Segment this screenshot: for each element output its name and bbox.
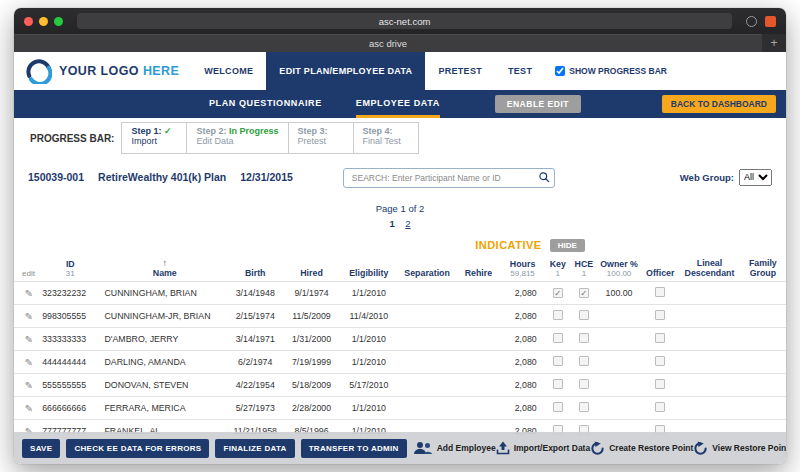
tab-test[interactable]: TEST: [495, 52, 545, 90]
edit-row-icon[interactable]: ✎: [19, 403, 33, 414]
pagination: Page 1 of 2 1 2: [14, 196, 786, 234]
search-icon[interactable]: [538, 171, 550, 183]
cell-lineal: [679, 328, 739, 351]
cell-owner: [597, 305, 641, 328]
cell-hired: 11/5/2009: [283, 305, 339, 328]
key-checkbox[interactable]: [553, 379, 563, 389]
subtab-plan-questionnaire[interactable]: PLAN QUESTIONNAIRE: [209, 90, 322, 118]
cell-name: D'AMBRO, JERRY: [102, 328, 227, 351]
cell-edit: ✎: [14, 397, 38, 420]
page-link-2[interactable]: 2: [405, 218, 410, 229]
logo-text-dark: YOUR LOGO: [59, 64, 139, 78]
key-checkbox[interactable]: [553, 333, 563, 343]
footer-actions: Add Employee Import/Export Data Create R…: [413, 441, 786, 456]
edit-row-icon[interactable]: ✎: [19, 288, 33, 299]
show-progress-bar-control: SHOW PROGRESS BAR: [545, 52, 677, 90]
url-bar[interactable]: asc-net.com: [77, 13, 732, 29]
step2-title: Step 2:: [196, 126, 226, 136]
cell-officer: [641, 305, 679, 328]
progress-step-3[interactable]: Step 3: Pretest: [288, 122, 354, 154]
app-header: YOUR LOGO HERE WELCOME EDIT PLAN/EMPLOYE…: [14, 52, 786, 90]
hce-checkbox[interactable]: [579, 379, 589, 389]
add-employee-action[interactable]: Add Employee: [413, 441, 496, 455]
cell-owner: [597, 351, 641, 374]
close-window-button[interactable]: [24, 17, 33, 26]
officer-checkbox[interactable]: [655, 402, 665, 412]
edit-row-icon[interactable]: ✎: [19, 311, 33, 322]
progress-step-1[interactable]: Step 1: ✓ Import: [121, 122, 187, 154]
create-restore-point-action[interactable]: Create Restore Point: [590, 441, 693, 456]
cell-family: [740, 282, 786, 305]
hce-checkbox[interactable]: [579, 402, 589, 412]
refresh-icon[interactable]: [746, 16, 757, 27]
officer-checkbox[interactable]: [655, 356, 665, 366]
minimize-window-button[interactable]: [39, 17, 48, 26]
cell-hce: [571, 397, 597, 420]
cell-edit: ✎: [14, 351, 38, 374]
page-link-current[interactable]: 1: [389, 218, 394, 229]
edit-row-icon[interactable]: ✎: [19, 334, 33, 345]
view-restore-points-action[interactable]: View Restore Points: [693, 441, 786, 456]
key-checkbox[interactable]: [553, 310, 563, 320]
cell-eligibility: 1/1/2010: [340, 328, 398, 351]
cell-officer: [641, 397, 679, 420]
page-links: 1 2: [14, 218, 786, 229]
tab-pretest[interactable]: PRETEST: [425, 52, 495, 90]
col-header-name[interactable]: ↑ Name: [102, 256, 227, 282]
key-checkbox[interactable]: ✓: [553, 288, 563, 298]
sort-ascending-icon[interactable]: ↑: [103, 259, 226, 268]
finalize-data-button[interactable]: FINALIZE DATA: [215, 439, 294, 458]
hce-checkbox[interactable]: [579, 333, 589, 343]
cell-key: [545, 397, 571, 420]
show-progress-bar-checkbox[interactable]: [555, 66, 565, 76]
cell-rehire: [456, 328, 500, 351]
officer-checkbox[interactable]: [655, 379, 665, 389]
hce-checkbox[interactable]: [579, 356, 589, 366]
progress-step-2[interactable]: Step 2: In Progress Edit Data: [186, 122, 288, 154]
web-group-select[interactable]: All: [739, 169, 772, 186]
key-checkbox[interactable]: [553, 402, 563, 412]
back-to-dashboard-button[interactable]: BACK TO DASHBOARD: [662, 95, 776, 113]
transfer-to-admin-button[interactable]: TRANSFER TO ADMIN: [301, 439, 407, 458]
officer-checkbox[interactable]: [655, 310, 665, 320]
edit-row-icon[interactable]: ✎: [19, 357, 33, 368]
edit-row-icon[interactable]: ✎: [19, 380, 33, 391]
cell-rehire: [456, 374, 500, 397]
cell-name: DARLING, AMANDA: [102, 351, 227, 374]
extension-icon[interactable]: [765, 16, 776, 27]
subtab-employee-data[interactable]: EMPLOYEE DATA: [356, 90, 440, 118]
window-controls: [24, 17, 63, 26]
save-button[interactable]: SAVE: [22, 439, 60, 458]
officer-checkbox[interactable]: [655, 287, 665, 297]
cell-separation: [398, 351, 456, 374]
enable-edit-button[interactable]: ENABLE EDIT: [495, 95, 581, 113]
progress-step-4[interactable]: Step 4: Final Test: [353, 122, 419, 154]
zoom-window-button[interactable]: [54, 17, 63, 26]
add-employee-label: Add Employee: [437, 443, 496, 453]
step4-sub: Final Test: [363, 136, 409, 146]
officer-checkbox[interactable]: [655, 333, 665, 343]
col-header-key: Key1: [545, 256, 571, 282]
cell-birth: 3/14/1971: [227, 328, 283, 351]
cell-officer: [641, 374, 679, 397]
new-tab-button[interactable]: +: [762, 34, 786, 52]
cell-hce: [571, 328, 597, 351]
hce-checkbox[interactable]: [579, 310, 589, 320]
cell-separation: [398, 374, 456, 397]
tab-edit-plan-employee-data[interactable]: EDIT PLAN/EMPLOYEE DATA: [266, 52, 425, 90]
hide-section-button[interactable]: HIDE: [550, 239, 585, 252]
step1-title: Step 1:: [131, 126, 161, 136]
cell-officer: [641, 328, 679, 351]
key-checkbox[interactable]: [553, 356, 563, 366]
browser-tab[interactable]: asc drive: [14, 34, 762, 52]
cell-hce: [571, 305, 597, 328]
search-input[interactable]: [343, 168, 555, 188]
cell-key: [545, 351, 571, 374]
cell-edit: ✎: [14, 328, 38, 351]
cell-id: 666666666: [38, 397, 102, 420]
hce-checkbox[interactable]: ✓: [579, 288, 589, 298]
col-header-lineal-descendant: Lineal Descendant: [679, 256, 739, 282]
tab-welcome[interactable]: WELCOME: [191, 52, 266, 90]
import-export-action[interactable]: Import/Export Data: [496, 441, 591, 455]
check-ee-data-button[interactable]: CHECK EE DATA FOR ERRORS: [66, 439, 209, 458]
